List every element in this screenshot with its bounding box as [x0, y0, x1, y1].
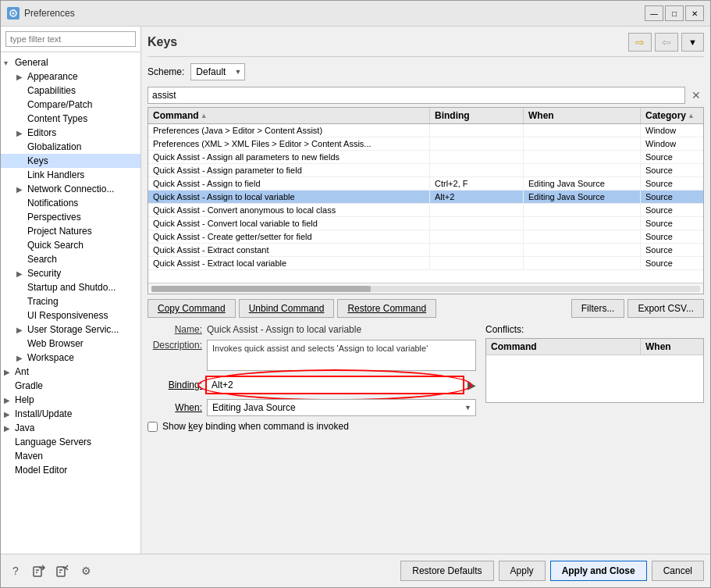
help-icon[interactable]: ?	[7, 562, 24, 579]
sidebar-item-editors[interactable]: ▶ Editors	[1, 126, 140, 140]
sidebar-item-help[interactable]: ▶ Help	[1, 393, 140, 407]
sidebar-item-link-handlers[interactable]: Link Handlers	[1, 168, 140, 182]
cell-binding	[430, 164, 524, 176]
binding-input[interactable]	[205, 376, 464, 394]
sidebar-label-model-editor: Model Editor	[15, 465, 67, 476]
name-row: Name: Quick Assist - Assign to local var…	[148, 324, 476, 335]
sidebar-item-security[interactable]: ▶ Security	[1, 266, 140, 280]
forward-button[interactable]: ⇦	[655, 33, 678, 52]
filter-input[interactable]	[5, 31, 136, 47]
preferences-icon[interactable]: ⚙	[77, 562, 94, 579]
restore-defaults-button[interactable]: Restore Defaults	[400, 561, 493, 581]
import-icon[interactable]	[54, 562, 71, 579]
sidebar-item-workspace[interactable]: ▶ Workspace	[1, 351, 140, 365]
table-row[interactable]: Quick Assist - Convert anonymous to loca…	[148, 204, 703, 217]
sidebar-item-capabilities[interactable]: Capabilities	[1, 84, 140, 98]
sidebar-item-general[interactable]: ▾ General	[1, 55, 140, 69]
column-binding[interactable]: Binding	[430, 108, 524, 123]
sidebar-item-tracing[interactable]: Tracing	[1, 294, 140, 308]
horizontal-scrollbar[interactable]	[148, 283, 703, 294]
table-row[interactable]: Quick Assist - Extract local variable So…	[148, 257, 703, 270]
sidebar-item-search[interactable]: Search	[1, 252, 140, 266]
back-button[interactable]: ⇨	[628, 33, 652, 52]
main-content: ▾ General ▶ Appearance Capabilities Comp…	[1, 27, 710, 554]
sidebar-item-project-natures[interactable]: Project Natures	[1, 224, 140, 238]
table-row[interactable]: Preferences (XML > XML Files > Editor > …	[148, 137, 703, 151]
conflicts-title: Conflicts:	[485, 324, 704, 335]
bottom-right-buttons: Restore Defaults Apply Apply and Close C…	[400, 561, 704, 581]
show-binding-checkbox[interactable]	[148, 422, 158, 432]
expand-arrow-workspace: ▶	[16, 354, 26, 362]
cell-category: Source	[641, 191, 703, 203]
table-row[interactable]: Quick Assist - Assign to field Ctrl+2, F…	[148, 177, 703, 191]
close-button[interactable]: ✕	[685, 5, 704, 21]
expand-arrow-notifications	[16, 199, 26, 208]
sidebar-item-ui-responsiveness[interactable]: UI Responsiveness	[1, 308, 140, 323]
sidebar-item-language-servers[interactable]: Language Servers	[1, 435, 140, 449]
table-row[interactable]: Quick Assist - Extract constant Source	[148, 244, 703, 257]
sidebar-item-network-connections[interactable]: ▶ Network Connectio...	[1, 182, 140, 196]
cell-binding	[430, 137, 524, 150]
sidebar-item-ant[interactable]: ▶ Ant	[1, 365, 140, 379]
sidebar-item-web-browser[interactable]: Web Browser	[1, 337, 140, 351]
menu-button[interactable]: ▼	[681, 33, 704, 52]
description-row: Description: Invokes quick assist and se…	[148, 340, 476, 371]
expand-arrow-model-editor	[4, 466, 13, 475]
export-icon[interactable]	[30, 562, 48, 579]
table-row[interactable]: Quick Assist - Create getter/setter for …	[148, 230, 703, 244]
table-row[interactable]: Preferences (Java > Editor > Content Ass…	[148, 124, 703, 137]
filter-row: ✕	[148, 87, 704, 104]
sidebar-item-gradle[interactable]: Gradle	[1, 379, 140, 393]
unbind-command-button[interactable]: Unbind Command	[239, 299, 335, 318]
column-category[interactable]: Category ▲	[641, 108, 703, 123]
expand-arrow-security: ▶	[16, 269, 26, 278]
sidebar-label-workspace: Workspace	[27, 352, 74, 363]
sidebar-item-startup-shutdown[interactable]: Startup and Shutdo...	[1, 280, 140, 294]
column-command[interactable]: Command ▲	[148, 108, 430, 123]
sidebar-item-maven[interactable]: Maven	[1, 449, 140, 463]
scheme-select[interactable]: Default Emacs Custom	[190, 63, 245, 80]
table-row[interactable]: Quick Assist - Convert local variable to…	[148, 217, 703, 230]
sidebar-item-notifications[interactable]: Notifications	[1, 196, 140, 210]
sidebar-item-keys[interactable]: Keys	[1, 154, 140, 168]
sidebar-item-quick-search[interactable]: Quick Search	[1, 238, 140, 252]
expand-arrow-content-types	[16, 115, 26, 123]
cancel-button[interactable]: Cancel	[652, 561, 704, 581]
sidebar-item-content-types[interactable]: Content Types	[1, 112, 140, 126]
cell-category: Window	[641, 124, 703, 137]
forward-arrow-icon: ⇨	[635, 36, 645, 48]
expand-arrow-appearance: ▶	[16, 73, 26, 81]
table-row-selected[interactable]: Quick Assist - Assign to local variable …	[148, 191, 703, 204]
minimize-button[interactable]: —	[645, 5, 663, 21]
clear-filter-button[interactable]: ✕	[688, 87, 704, 104]
apply-and-close-button[interactable]: Apply and Close	[550, 561, 647, 581]
sidebar-label-globalization: Globalization	[27, 141, 81, 152]
sidebar-label-ant: Ant	[15, 366, 29, 377]
maximize-button[interactable]: □	[665, 5, 684, 21]
export-csv-button[interactable]: Export CSV...	[627, 299, 704, 318]
sidebar-item-perspectives[interactable]: Perspectives	[1, 210, 140, 224]
when-select[interactable]: Editing Java Source In Windows In Dialog…	[207, 399, 476, 416]
binding-expand-button[interactable]: ▶	[467, 379, 476, 391]
sidebar-item-install-update[interactable]: ▶ Install/Update	[1, 407, 140, 421]
sidebar-label-java: Java	[15, 422, 34, 433]
sidebar-item-compare-patch[interactable]: Compare/Patch	[1, 98, 140, 112]
table-row[interactable]: Quick Assist - Assign all parameters to …	[148, 151, 703, 164]
sidebar-item-java[interactable]: ▶ Java	[1, 421, 140, 435]
copy-command-button[interactable]: Copy Command	[148, 299, 236, 318]
expand-arrow-java: ▶	[4, 424, 13, 433]
sidebar-item-user-storage[interactable]: ▶ User Storage Servic...	[1, 323, 140, 337]
column-when[interactable]: When	[524, 108, 641, 123]
sidebar-label-project-natures: Project Natures	[27, 226, 92, 237]
restore-command-button[interactable]: Restore Command	[337, 299, 436, 318]
apply-button[interactable]: Apply	[499, 561, 546, 581]
cell-category: Window	[641, 137, 703, 150]
table-row[interactable]: Quick Assist - Assign parameter to field…	[148, 164, 703, 177]
filters-button[interactable]: Filters...	[571, 299, 625, 318]
sidebar-item-globalization[interactable]: Globalization	[1, 140, 140, 154]
sidebar-item-appearance[interactable]: ▶ Appearance	[1, 69, 140, 84]
when-row: When: Editing Java Source In Windows In …	[148, 399, 476, 416]
keys-filter-input[interactable]	[148, 87, 685, 104]
sidebar-item-model-editor[interactable]: Model Editor	[1, 463, 140, 477]
expand-arrow-startup	[16, 283, 26, 292]
